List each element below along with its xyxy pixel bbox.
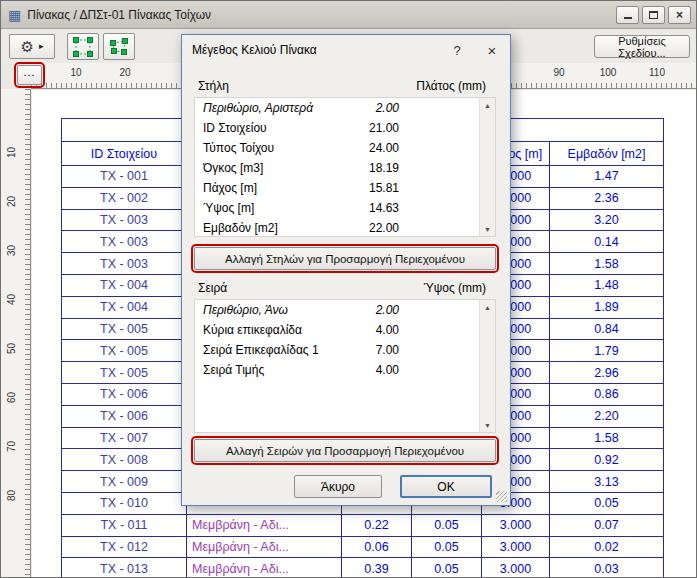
scroll-up-icon[interactable]: ▲ [480, 300, 495, 314]
table-cell[interactable]: 0.05 [412, 515, 482, 537]
item-value: 7.00 [353, 343, 399, 357]
table-cell[interactable]: TX - 010 [62, 493, 187, 515]
schedule-window: ▦ Πίνακας / ΔΠΣτ-01 Πίνακας Τοίχων × ⚙ ▸ [0, 0, 697, 578]
maximize-button[interactable] [642, 6, 665, 24]
table-cell[interactable]: TX - 003 [62, 210, 187, 232]
table-cell[interactable]: 0.05 [412, 558, 482, 578]
resize-grip[interactable] [496, 491, 507, 502]
table-cell[interactable]: TX - 013 [62, 558, 187, 578]
table-cell[interactable]: TX - 005 [62, 362, 187, 384]
table-cell[interactable]: 1.58 [550, 253, 664, 275]
table-cell[interactable]: 2.20 [550, 406, 664, 428]
v-ruler-label: 60 [6, 384, 17, 412]
table-cell[interactable]: 1.58 [550, 428, 664, 450]
table-cell[interactable]: TX - 007 [62, 428, 187, 450]
size-list-item[interactable]: Όγκος [m3]18.19 [195, 158, 495, 178]
table-cell[interactable]: Μεμβράνη - Αδι... [187, 515, 342, 537]
table-cell[interactable]: 3.000 [482, 537, 550, 559]
table-cell[interactable]: 0.86 [550, 384, 664, 406]
polygon-marquee-icon [108, 36, 130, 58]
table-cell[interactable]: 0.05 [550, 493, 664, 515]
table-cell[interactable]: 3.000 [482, 515, 550, 537]
drawing-settings-button[interactable]: Ρυθμίσεις Σχεδίου... [594, 35, 690, 58]
fit-columns-button[interactable]: Αλλαγή Στηλών για Προσαρμογή Περιεχομένο… [194, 247, 496, 270]
dialog-close-button[interactable]: × [476, 35, 508, 65]
item-value: 22.00 [353, 221, 399, 235]
marquee-select-button[interactable] [67, 33, 99, 60]
close-icon: × [676, 9, 683, 21]
item-value: 18.19 [353, 161, 399, 175]
table-cell[interactable]: 3.000 [482, 558, 550, 578]
size-list-item[interactable]: Ύψος [m]14.63 [195, 198, 495, 218]
table-cell[interactable]: 2.96 [550, 362, 664, 384]
fit-rows-button[interactable]: Αλλαγή Σειρών για Προσαρμογή Περιεχομένο… [194, 439, 496, 462]
ok-button[interactable]: OK [400, 475, 492, 498]
table-cell[interactable]: TX - 006 [62, 406, 187, 428]
table-cell[interactable]: 1.79 [550, 340, 664, 362]
gear-icon: ⚙ [21, 39, 34, 54]
scroll-up-icon[interactable]: ▲ [480, 98, 495, 112]
table-cell[interactable]: 0.14 [550, 231, 664, 253]
table-cell[interactable]: 1.89 [550, 297, 664, 319]
table-cell[interactable]: 3.20 [550, 210, 664, 232]
table-cell[interactable]: 3.13 [550, 471, 664, 493]
table-cell[interactable]: TX - 006 [62, 384, 187, 406]
window-titlebar[interactable]: ▦ Πίνακας / ΔΠΣτ-01 Πίνακας Τοίχων × [1, 1, 696, 29]
size-list-item[interactable]: Σειρά Επικεφαλίδας 17.00 [195, 340, 495, 360]
size-list-item[interactable]: ID Στοιχείου21.00 [195, 118, 495, 138]
table-cell[interactable]: 1.48 [550, 275, 664, 297]
size-list-item[interactable]: Εμβαδόν [m2]22.00 [195, 218, 495, 237]
table-cell[interactable]: TX - 004 [62, 275, 187, 297]
polygon-select-button[interactable] [103, 33, 135, 60]
size-list-item[interactable]: Περιθώριο, Αριστερά2.00 [195, 98, 495, 118]
help-button[interactable]: ? [442, 35, 472, 65]
table-cell[interactable]: TX - 009 [62, 471, 187, 493]
item-name: ID Στοιχείου [203, 121, 353, 135]
item-value: 2.00 [353, 101, 399, 115]
h-ruler-label: 110 [647, 67, 667, 78]
table-cell[interactable]: Μεμβράνη - Αδι... [187, 537, 342, 559]
vertical-ruler: 1020304050607080 [1, 89, 31, 578]
table-cell[interactable]: Μεμβράνη - Αδι... [187, 558, 342, 578]
table-cell[interactable]: 0.84 [550, 319, 664, 341]
table-header-cell[interactable]: Εμβαδόν [m2] [550, 142, 664, 166]
size-list-item[interactable]: Κύρια επικεφαλίδα4.00 [195, 320, 495, 340]
scroll-down-icon[interactable]: ▼ [480, 418, 495, 432]
size-list-item[interactable]: Περιθώριο, Άνω2.00 [195, 300, 495, 320]
maximize-icon [649, 11, 658, 19]
table-grid-icon: ▦ [8, 8, 21, 22]
table-cell[interactable]: 1.47 [550, 166, 664, 188]
table-cell[interactable]: TX - 003 [62, 231, 187, 253]
table-cell[interactable]: 0.06 [342, 537, 412, 559]
table-cell[interactable]: 0.05 [412, 537, 482, 559]
table-cell[interactable]: TX - 001 [62, 166, 187, 188]
table-cell[interactable]: 0.92 [550, 449, 664, 471]
size-list-item[interactable]: Σειρά Τιμής4.00 [195, 360, 495, 380]
table-cell[interactable]: TX - 011 [62, 515, 187, 537]
column-list-scrollbar[interactable]: ▲ ▼ [479, 98, 495, 236]
table-cell[interactable]: TX - 004 [62, 297, 187, 319]
size-list-item[interactable]: Τύπος Τοίχου24.00 [195, 138, 495, 158]
row-list-scrollbar[interactable]: ▲ ▼ [479, 300, 495, 432]
table-cell[interactable]: 0.02 [550, 537, 664, 559]
table-cell[interactable]: 0.22 [342, 515, 412, 537]
minimize-button[interactable] [616, 6, 639, 24]
table-cell[interactable]: TX - 012 [62, 537, 187, 559]
cancel-button[interactable]: Άκυρο [294, 475, 382, 498]
table-cell[interactable]: TX - 005 [62, 340, 187, 362]
table-cell[interactable]: 0.03 [550, 558, 664, 578]
table-cell[interactable]: 2.36 [550, 188, 664, 210]
table-cell[interactable]: 0.39 [342, 558, 412, 578]
size-list-item[interactable]: Πάχος [m]15.81 [195, 178, 495, 198]
v-ruler-label: 80 [6, 482, 17, 510]
settings-flyout-button[interactable]: ⚙ ▸ [9, 34, 55, 59]
table-header-cell[interactable]: ID Στοιχείου [62, 142, 187, 166]
table-cell[interactable]: TX - 005 [62, 319, 187, 341]
scroll-down-icon[interactable]: ▼ [480, 222, 495, 236]
close-button[interactable]: × [668, 6, 691, 24]
table-cell[interactable]: TX - 002 [62, 188, 187, 210]
table-cell[interactable]: TX - 003 [62, 253, 187, 275]
table-cell[interactable]: TX - 008 [62, 449, 187, 471]
ruler-options-button[interactable]: ... [17, 65, 42, 85]
table-cell[interactable]: 0.07 [550, 515, 664, 537]
